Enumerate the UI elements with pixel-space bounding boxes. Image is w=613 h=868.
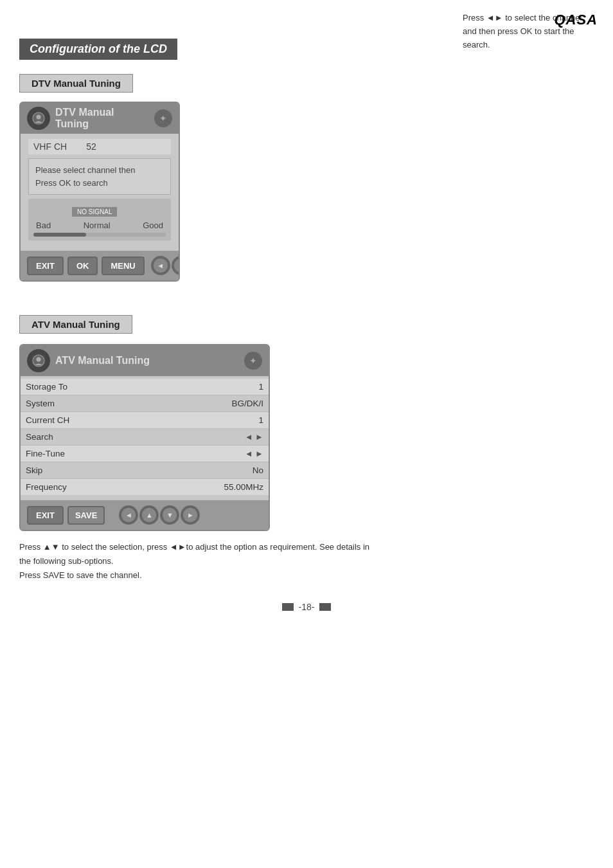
dtv-ch-label: VHF CH	[33, 141, 67, 152]
atv-storage-label: Storage To	[26, 382, 67, 392]
dtv-wrapper: DTV Manual Tuning VHF CH 52 Please selec…	[19, 102, 594, 282]
instruction-line2: the following sub-options.	[19, 554, 501, 568]
atv-currentch-label: Current CH	[26, 415, 69, 425]
atv-frequency-value: 55.00MHz	[224, 482, 263, 492]
atv-row-currentch: Current CH 1	[21, 412, 269, 429]
atv-exit-button[interactable]: EXIT	[27, 506, 64, 525]
dtv-info-box: Please select channel then Press OK to s…	[28, 158, 171, 195]
dtv-title-box: DTV Manual Tuning	[19, 74, 133, 93]
atv-skip-label: Skip	[26, 466, 42, 475]
atv-down-circle: ▼	[160, 505, 179, 525]
atv-row-frequency: Frequency 55.00MHz	[21, 479, 269, 495]
atv-system-label: System	[26, 399, 55, 408]
atv-row-skip: Skip No	[21, 462, 269, 479]
atv-row-system: System BG/DK/I	[21, 395, 269, 412]
dtv-signal-bar	[33, 233, 166, 237]
dtv-nav-arrows[interactable]: ◄ ►	[151, 256, 180, 275]
page-rect-right	[319, 603, 331, 611]
dtv-right-arrow-circle: ►	[172, 256, 180, 275]
page-number: -18-	[19, 602, 594, 612]
atv-finetune-label: Fine-Tune	[26, 449, 65, 458]
dtv-signal-bad: Bad	[36, 221, 51, 230]
atv-arrow-circle-right: ►	[181, 505, 200, 525]
dtv-screen-title: DTV Manual Tuning	[55, 107, 149, 130]
instruction-block: Press ▲▼ to select the selection, press …	[19, 540, 501, 583]
dtv-signal-good: Good	[143, 221, 163, 230]
dtv-topbar: DTV Manual Tuning	[21, 103, 179, 134]
dtv-exit-button[interactable]: EXIT	[27, 257, 64, 275]
atv-row-search: Search ◄ ►	[21, 429, 269, 446]
atv-tv-icon	[27, 349, 50, 372]
atv-frequency-label: Frequency	[26, 482, 67, 492]
atv-up-circle: ▲	[139, 505, 159, 525]
page-num-text: -18-	[299, 602, 315, 612]
dtv-buttons: EXIT OK MENU ◄ ►	[21, 251, 179, 280]
atv-storage-value: 1	[258, 382, 263, 392]
atv-arrow-inner-right: ►	[183, 508, 197, 522]
atv-currentch-value: 1	[258, 415, 263, 425]
dtv-signal-badge: NO SIGNAL	[72, 207, 117, 217]
atv-nav-arrows[interactable]: ◄ ▲ ▼ ►	[119, 505, 200, 525]
atv-arrow-circle: ◄	[119, 505, 138, 525]
tv-icon	[27, 107, 50, 130]
dtv-signal-fill	[33, 233, 86, 237]
dtv-menu-button[interactable]: MENU	[102, 257, 144, 275]
atv-screen: ATV Manual Tuning Storage To 1 System BG…	[19, 344, 270, 531]
dtv-screen: DTV Manual Tuning VHF CH 52 Please selec…	[19, 102, 180, 282]
atv-arrow-down: ▼	[163, 508, 177, 522]
atv-title-box: ATV Manual Tuning	[19, 315, 132, 334]
atv-row-finetune: Fine-Tune ◄ ►	[21, 446, 269, 462]
dtv-right-arrow: ►	[177, 262, 180, 269]
svg-point-1	[37, 115, 41, 120]
brand-label: QASA	[554, 12, 598, 28]
atv-topbar: ATV Manual Tuning	[21, 345, 269, 376]
atv-row-storage: Storage To 1	[21, 379, 269, 395]
atv-save-button[interactable]: SAVE	[67, 506, 105, 525]
atv-arrow-inner-left: ◄	[121, 508, 136, 522]
atv-arrow-up: ▲	[142, 508, 156, 522]
dtv-ok-button[interactable]: OK	[67, 257, 98, 275]
dtv-right-arrow-inner: ►	[174, 258, 180, 273]
dtv-ch-row: VHF CH 52	[28, 139, 171, 154]
atv-screen-title: ATV Manual Tuning	[55, 355, 239, 366]
instruction-line3: Press SAVE to save the channel.	[19, 568, 501, 583]
dtv-info-line2: Press OK to search	[35, 177, 164, 190]
dtv-arrow-circle: ◄	[151, 256, 170, 275]
dtv-arrow-inner: ◄	[154, 258, 168, 273]
page-rect-left	[282, 603, 294, 611]
dtv-left-arrow: ◄	[157, 262, 164, 269]
atv-buttons: EXIT SAVE ◄ ▲ ▼ ►	[21, 500, 269, 530]
atv-finetune-arrows: ◄ ►	[245, 449, 263, 458]
svg-point-3	[37, 357, 41, 362]
atv-system-value: BG/DK/I	[231, 399, 263, 408]
dtv-signal-area: NO SIGNAL Bad Normal Good	[28, 199, 171, 240]
atv-skip-value: No	[253, 466, 263, 475]
instruction-line1: Press ▲▼ to select the selection, press …	[19, 540, 501, 554]
dtv-signal-normal: Normal	[84, 221, 111, 230]
atv-search-label: Search	[26, 432, 53, 442]
atv-body: Storage To 1 System BG/DK/I Current CH 1…	[21, 376, 269, 500]
dtv-dots-icon	[154, 109, 172, 127]
atv-dots-icon	[244, 352, 262, 370]
dtv-info-line1: Please select channel then	[35, 164, 164, 177]
atv-section: ATV Manual Tuning ATV Manual Tuning	[19, 307, 594, 583]
dtv-signal-labels: Bad Normal Good	[33, 221, 166, 230]
section-header: Configuration of the LCD	[19, 39, 177, 60]
dtv-ch-value: 52	[86, 141, 96, 152]
atv-search-arrows: ◄ ►	[245, 432, 263, 442]
dtv-body: VHF CH 52 Please select channel then Pre…	[21, 134, 179, 251]
